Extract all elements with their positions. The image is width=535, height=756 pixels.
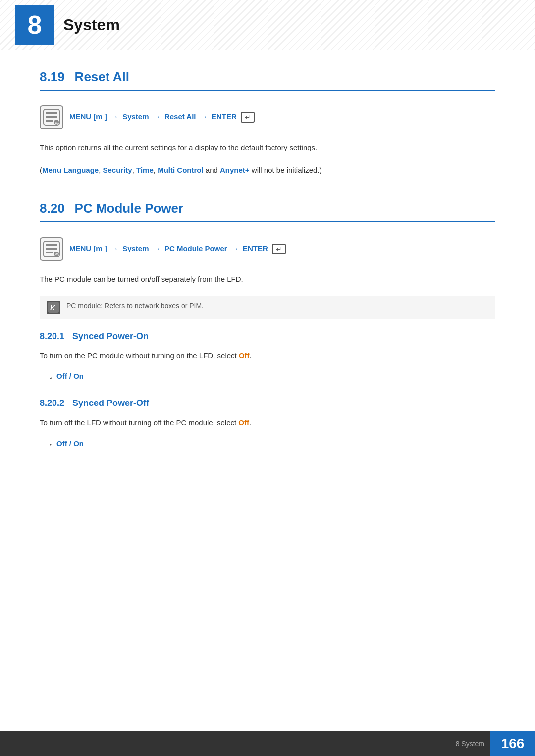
note-text: PC module: Refers to network boxes or PI… [66,301,204,311]
subsection-20-1-name: Synced Power-On [72,331,149,342]
enter-icon: ↵ [241,112,255,123]
subsection-20-2-name: Synced Power-Off [72,398,149,408]
list-bullet-1: ₂ [50,374,52,380]
subsection-20-2-body-suffix: . [249,418,251,427]
highlight-menu-language: Menu Language [42,166,99,174]
arrow-3: → [200,112,208,121]
chapter-number: 8 [28,10,42,40]
menu-icon-19: m [40,105,63,129]
subsection-20-2-off: Off [238,418,249,427]
path-20-system: System [122,244,149,252]
chapter-box: 8 [15,5,54,45]
subsection-20-2-options: Off / On [56,439,84,448]
arrow-20-3: → [231,244,239,252]
note-box: K PC module: Refers to network boxes or … [40,296,495,319]
subsection-20-1-body-suffix: . [250,352,252,360]
svg-text:m: m [55,252,58,256]
highlight-multi-control: Multi Control [158,166,203,174]
subsection-20-1-list: ₂ Off / On [50,372,495,380]
svg-text:K: K [50,304,55,312]
section-19-body2: (Menu Language, Security, Time, Multi Co… [40,164,495,177]
subsection-20-1: 8.20.1 Synced Power-On To turn on the PC… [40,331,495,381]
footer-page-number: 166 [490,731,535,756]
body2-suffix: will not be initialized.) [252,166,322,174]
section-19: 8.19 Reset All m MENU [m ] → System → [40,69,495,176]
list-bullet-2: ₂ [50,441,52,448]
subsection-20-2-title: 8.20.2 Synced Power-Off [40,398,495,408]
subsection-20-2-body: To turn off the LFD without turning off … [40,416,495,429]
section-20: 8.20 PC Module Power m MENU [m ] → Syste… [40,201,495,448]
subsection-20-2: 8.20.2 Synced Power-Off To turn off the … [40,398,495,448]
arrow-20-2: → [153,244,160,252]
subsection-20-1-options: Off / On [56,372,84,380]
subsection-20-1-title: 8.20.1 Synced Power-On [40,331,495,342]
section-19-title: 8.19 Reset All [40,69,495,91]
subsection-20-2-number: 8.20.2 [40,398,64,408]
menu-keyword: MENU [m ] [69,112,107,121]
svg-rect-8 [46,248,57,250]
path-20-pc-module: PC Module Power [164,244,227,252]
svg-rect-1 [46,112,57,114]
subsection-20-1-number: 8.20.1 [40,331,64,342]
highlight-security: Security [103,166,132,174]
section-19-path-text: MENU [m ] → System → Reset All → ENTER ↵ [69,112,255,123]
highlight-time: Time [136,166,154,174]
menu-icon-20: m [40,237,63,261]
arrow-20-1: → [111,244,118,252]
path-enter: ENTER [212,112,237,121]
arrow-2: → [153,112,160,121]
subsection-20-2-list: ₂ Off / On [50,439,495,448]
svg-text:m: m [55,121,58,124]
svg-rect-7 [46,244,57,246]
subsection-20-1-off: Off [239,352,250,360]
arrow-1: → [111,112,118,121]
footer-section-text: 8 System [456,740,490,748]
section-20-number: 8.20 [40,201,65,216]
highlight-anynet: Anynet+ [220,166,250,174]
menu-keyword-20: MENU [m ] [69,244,107,252]
section-20-path-text: MENU [m ] → System → PC Module Power → E… [69,244,286,254]
section-19-body1: This option returns all the current sett… [40,141,495,154]
enter-icon-20: ↵ [272,244,286,254]
svg-rect-9 [46,252,54,253]
header: 8 System [0,0,535,50]
subsection-20-1-body: To turn on the PC module without turning… [40,350,495,362]
path-20-enter: ENTER [243,244,268,252]
section-19-menu-path: m MENU [m ] → System → Reset All → ENTER… [40,105,495,129]
section-20-body1: The PC module can be turned on/off separ… [40,273,495,286]
subsection-20-1-body-prefix: To turn on the PC module without turning… [40,352,239,360]
section-20-name: PC Module Power [75,201,184,216]
footer: 8 System 166 [0,731,535,756]
section-20-menu-path: m MENU [m ] → System → PC Module Power →… [40,237,495,261]
svg-rect-3 [46,120,54,122]
section-19-name: Reset All [75,69,129,85]
subsection-20-2-body-prefix: To turn off the LFD without turning off … [40,418,238,427]
path-reset-all: Reset All [164,112,196,121]
section-19-number: 8.19 [40,69,65,85]
chapter-title: System [63,16,120,34]
section-20-title: 8.20 PC Module Power [40,201,495,222]
path-system: System [122,112,149,121]
main-content: 8.19 Reset All m MENU [m ] → System → [0,50,535,505]
note-icon: K [47,301,60,314]
svg-rect-2 [46,116,57,118]
